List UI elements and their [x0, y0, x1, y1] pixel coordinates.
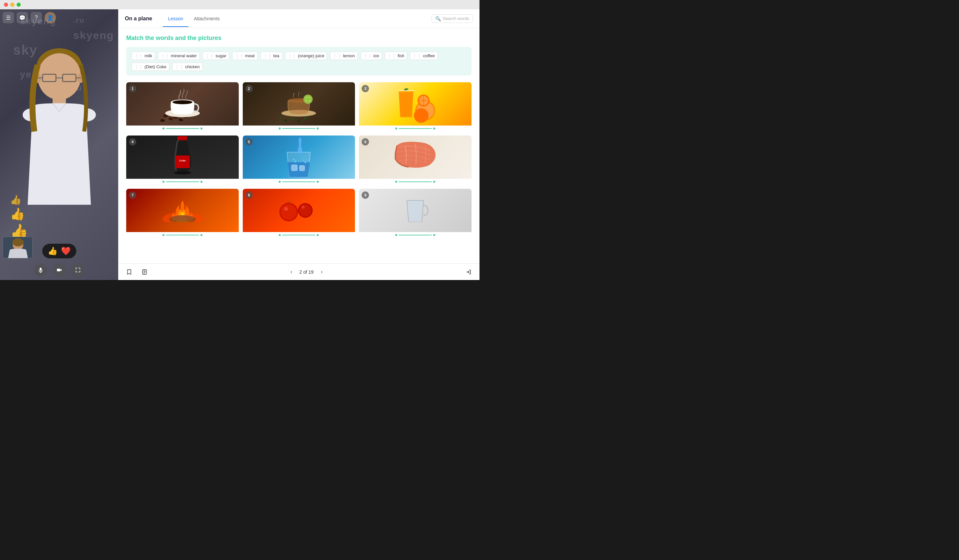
- chip-diet-coke[interactable]: ⋮⋮ (Diet) Coke: [132, 63, 169, 71]
- main-layout: skyeng .ru skyeng sky g yeng g.ru: [0, 10, 480, 280]
- titlebar: [0, 0, 480, 10]
- cola-image: Coke: [126, 135, 239, 179]
- juice-image: [359, 82, 472, 126]
- notes-button[interactable]: [139, 266, 150, 278]
- svg-rect-15: [40, 268, 41, 270]
- chip-ice[interactable]: ⋮⋮ ice: [361, 52, 382, 60]
- close-button[interactable]: [4, 3, 8, 7]
- chip-fish[interactable]: ⋮⋮ fish: [385, 52, 407, 60]
- svg-point-1: [38, 53, 81, 100]
- image-number-2: 2: [245, 85, 253, 92]
- svg-point-28: [279, 116, 283, 119]
- svg-point-66: [301, 205, 305, 209]
- nav-tabs: Lesson Attachments: [163, 13, 225, 24]
- svg-point-32: [303, 117, 307, 120]
- chip-chicken[interactable]: ⋮⋮ chicken: [172, 63, 203, 71]
- expand-button[interactable]: [71, 263, 84, 277]
- image-card-4: 4 Coke: [126, 135, 239, 185]
- lesson-content: Match the words and the pictures ⋮⋮ milk…: [118, 28, 480, 263]
- svg-point-14: [12, 239, 24, 247]
- svg-point-54: [293, 159, 295, 160]
- lesson-header: On a plane Lesson Attachments 🔍 Search w…: [118, 10, 480, 28]
- mic-button[interactable]: [34, 263, 47, 277]
- chat-button[interactable]: 💬: [17, 12, 28, 23]
- video-button[interactable]: [53, 263, 66, 277]
- svg-point-22: [178, 118, 183, 121]
- answer-line-7: [126, 232, 239, 238]
- page-info: 2 of 19: [299, 269, 314, 275]
- image-card-8: 8: [243, 189, 355, 238]
- coffee-image: [126, 82, 239, 126]
- answer-line-3: [359, 126, 472, 132]
- image-number-1: 1: [129, 85, 136, 92]
- chip-sugar[interactable]: ⋮⋮ sugar: [202, 52, 229, 60]
- answer-line-8: [243, 232, 355, 238]
- chip-milk[interactable]: ⋮⋮ milk: [132, 52, 155, 60]
- emoji-small: 👍: [10, 194, 28, 205]
- fullscreen-button[interactable]: [17, 3, 21, 7]
- small-video-thumbnail: [3, 237, 33, 258]
- chip-meat[interactable]: ⋮⋮ meat: [232, 52, 258, 60]
- svg-point-29: [284, 119, 287, 122]
- toolbar-top: ☰ 💬 ? 👤: [3, 12, 56, 23]
- video-panel: skyeng .ru skyeng sky g yeng g.ru: [0, 10, 118, 280]
- image-number-7: 7: [129, 191, 136, 199]
- image-number-8: 8: [245, 191, 253, 199]
- small-person-figure: [3, 237, 33, 258]
- thumbs-up-reaction[interactable]: 👍: [48, 247, 57, 256]
- next-page-button[interactable]: ›: [317, 267, 327, 277]
- fire-image: [126, 189, 239, 232]
- svg-rect-48: [178, 136, 187, 140]
- chip-tea[interactable]: ⋮⋮ tea: [260, 52, 282, 60]
- lesson-instruction: Match the words and the pictures: [126, 35, 472, 41]
- svg-point-52: [295, 161, 296, 162]
- image-grid: 1: [126, 82, 472, 238]
- svg-point-60: [171, 215, 194, 221]
- svg-point-65: [284, 207, 288, 211]
- pagination: ‹ 2 of 19 ›: [287, 267, 327, 277]
- image-card-7: 7: [126, 189, 239, 238]
- prev-page-button[interactable]: ‹: [287, 267, 296, 277]
- bottom-right-controls: [463, 266, 474, 278]
- answer-line-4: [126, 179, 239, 185]
- search-placeholder: Search words: [443, 16, 469, 21]
- heart-reaction[interactable]: ❤️: [61, 247, 71, 256]
- reaction-bar: 👍 ❤️: [42, 244, 76, 258]
- svg-point-20: [168, 117, 173, 121]
- image-number-4: 4: [129, 138, 136, 145]
- chip-mineral-water[interactable]: ⋮⋮ mineral water: [158, 52, 200, 60]
- tab-attachments[interactable]: Attachments: [188, 13, 225, 24]
- tea-image: [243, 82, 355, 126]
- svg-point-24: [160, 119, 165, 122]
- word-chips: ⋮⋮ milk ⋮⋮ mineral water ⋮⋮ sugar ⋮⋮ mea…: [126, 47, 472, 76]
- image-card-9: 9: [359, 189, 472, 238]
- water-image: [243, 135, 355, 179]
- svg-rect-57: [299, 165, 305, 171]
- image-card-2: 2: [243, 82, 355, 132]
- answer-line-2: [243, 126, 355, 132]
- chip-lemon[interactable]: ⋮⋮ lemon: [330, 52, 358, 60]
- answer-line-6: [359, 179, 472, 185]
- image-card-6: 6: [359, 135, 472, 185]
- chip-juice[interactable]: ⋮⋮ (orange) juice: [285, 52, 328, 60]
- answer-line-9: [359, 232, 472, 238]
- svg-point-27: [172, 100, 193, 104]
- menu-button[interactable]: ☰: [3, 12, 14, 23]
- svg-point-51: [174, 171, 191, 175]
- exit-button[interactable]: [463, 266, 474, 278]
- svg-point-62: [281, 204, 297, 220]
- minimize-button[interactable]: [10, 3, 14, 7]
- red-food-image: [243, 189, 355, 232]
- chip-coffee[interactable]: ⋮⋮ coffee: [410, 52, 438, 60]
- bookmark-button[interactable]: [124, 266, 135, 278]
- help-button[interactable]: ?: [30, 12, 42, 23]
- svg-rect-18: [57, 269, 60, 271]
- bottom-left-controls: [124, 266, 150, 278]
- tab-lesson[interactable]: Lesson: [163, 13, 188, 24]
- image-card-1: 1: [126, 82, 239, 132]
- search-box[interactable]: 🔍 Search words: [432, 14, 473, 23]
- search-icon: 🔍: [435, 16, 441, 21]
- answer-line-1: [126, 126, 239, 132]
- cup9-image: [359, 189, 472, 232]
- avatar-button[interactable]: 👤: [45, 12, 56, 23]
